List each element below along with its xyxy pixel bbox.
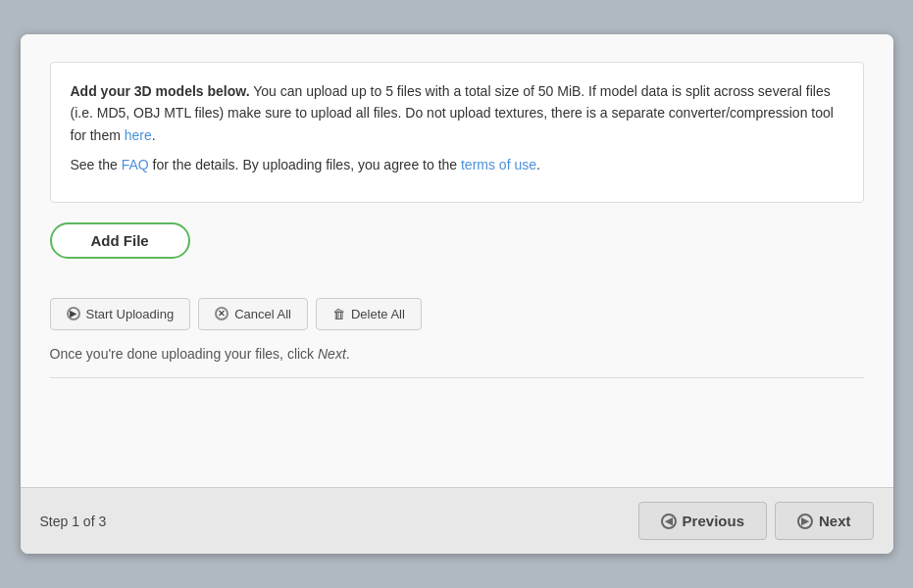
- done-prefix: Once you're done uploading your files, c…: [50, 346, 319, 362]
- terms-link[interactable]: terms of use: [461, 157, 536, 172]
- delete-all-label: Delete All: [351, 307, 405, 321]
- previous-button[interactable]: ◀ Previous: [638, 502, 767, 540]
- next-button[interactable]: ▶ Next: [775, 502, 874, 540]
- description-block: Add your 3D models below. You can upload…: [50, 62, 864, 203]
- cancel-icon: ✕: [215, 307, 228, 320]
- cancel-all-button[interactable]: ✕ Cancel All: [198, 298, 308, 330]
- footer-buttons: ◀ Previous ▶ Next: [638, 502, 874, 540]
- secondary-suffix: .: [536, 157, 540, 172]
- dialog-body: Add your 3D models below. You can upload…: [21, 34, 893, 487]
- cancel-all-label: Cancel All: [234, 307, 291, 321]
- secondary-prefix: See the: [71, 157, 122, 172]
- dialog-footer: Step 1 of 3 ◀ Previous ▶ Next: [21, 487, 893, 554]
- secondary-description: See the FAQ for the details. By uploadin…: [71, 154, 843, 175]
- bold-intro: Add your 3D models below.: [71, 83, 250, 99]
- next-label: Next: [819, 513, 851, 529]
- main-dialog: Add your 3D models below. You can upload…: [21, 34, 893, 554]
- faq-link[interactable]: FAQ: [122, 157, 149, 172]
- previous-icon: ◀: [661, 514, 677, 529]
- trash-icon: 🗑: [332, 307, 345, 321]
- start-icon: ▶: [67, 307, 80, 320]
- add-file-button[interactable]: Add File: [50, 222, 190, 259]
- step-label: Step 1 of 3: [40, 514, 107, 529]
- next-icon: ▶: [797, 514, 813, 529]
- here-link[interactable]: here: [125, 127, 152, 143]
- action-buttons-group: ▶ Start Uploading ✕ Cancel All 🗑 Delete …: [50, 298, 864, 330]
- secondary-middle: for the details. By uploading files, you…: [149, 157, 461, 172]
- start-uploading-button[interactable]: ▶ Start Uploading: [50, 298, 191, 330]
- previous-label: Previous: [683, 513, 744, 529]
- done-suffix: .: [346, 346, 350, 362]
- start-uploading-label: Start Uploading: [86, 307, 175, 321]
- done-emphasis: Next: [318, 346, 346, 362]
- done-text: Once you're done uploading your files, c…: [50, 346, 864, 362]
- main-description: Add your 3D models below. You can upload…: [71, 80, 843, 146]
- delete-all-button[interactable]: 🗑 Delete All: [316, 298, 422, 330]
- separator: [50, 377, 864, 378]
